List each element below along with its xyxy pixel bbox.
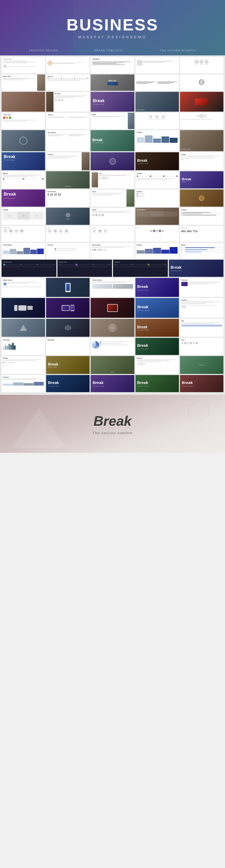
break-label-5: Break	[137, 343, 177, 347]
hero-title: BUSINESS	[67, 17, 159, 33]
slide-4-3: Profile	[90, 113, 134, 129]
slide-16-1: Sales Data	[2, 338, 45, 355]
slide-5-3: Break The section subtitle	[90, 130, 134, 151]
slide-10-5: Achievements 99% 88% 77%	[180, 226, 223, 242]
slide-15-3-photo	[90, 319, 134, 337]
hero-tag-1: CREATIVE DESIGN	[29, 49, 58, 52]
slide-1-3: CONTENTS	[90, 57, 134, 73]
slide-10-2: Staff	[46, 226, 89, 242]
slide-3-break-bg: Break The section subtitle	[90, 92, 134, 112]
slide-18-1: Summary	[2, 375, 45, 392]
slide-1-5	[180, 57, 223, 73]
slide-4-5	[180, 113, 223, 129]
slide-17-1: Benefits	[2, 356, 45, 374]
slide-3-4: Team Member	[136, 92, 179, 112]
slide-6-3	[90, 152, 134, 170]
break-label-purple: Break	[4, 192, 43, 197]
slide-14-2-devices	[46, 298, 89, 318]
svg-marker-3	[189, 401, 209, 421]
slide-18-5-break: Break The section subtitle	[180, 375, 223, 392]
slide-15-4-photo: Break The section subtitle	[136, 319, 179, 337]
slide-14-3-tablet	[90, 298, 134, 318]
slide-9-5: Progress	[180, 208, 223, 225]
slide-10-4: Dots	[136, 226, 179, 242]
slide-17-2-photo: Break section subtitle	[46, 356, 89, 374]
slide-6-1: Break The section subtitle	[2, 152, 45, 170]
slide-8-4: Features	[136, 189, 179, 207]
slide-12-1-dark: Timeline Chart	[2, 260, 57, 277]
slide-13-3: Product Design	[90, 278, 134, 297]
slide-11-2: Pie Chart	[46, 243, 89, 259]
footer-break-subtitle: The section subtitle	[92, 431, 133, 435]
slide-12-3-dark: Workflow	[113, 260, 168, 277]
slide-15-1-photo	[2, 319, 45, 337]
slide-7-2: Landscape	[46, 171, 89, 188]
slide-7-3: Gallery	[90, 171, 134, 188]
slide-2-4	[136, 74, 179, 91]
slide-2-5: 50%	[180, 74, 223, 91]
slide-14-5: Solutions	[180, 298, 223, 318]
break-label-4: Break	[137, 325, 177, 329]
slide-16-2: World Map	[46, 338, 89, 355]
slide-15-5: Plan	[180, 319, 223, 337]
slide-8-2: Key Numbers 8 16 32 64	[46, 189, 89, 207]
slide-16-3	[90, 338, 134, 355]
slide-18-3-break: Break The section subtitle	[90, 375, 134, 392]
slide-8-break-purple: Break The section subtitle	[2, 189, 45, 207]
slide-9-2: Design	[46, 208, 89, 225]
slide-5-1	[2, 130, 45, 151]
hero-subtitle: MASEFAT DESIGNDEMO	[67, 35, 159, 39]
slide-5-5: Creative Agency	[180, 130, 223, 151]
slide-12-2-dark: Process Flow	[58, 260, 112, 277]
slide-5-4: Statistics	[136, 130, 179, 151]
slide-17-4: Proposal	[136, 356, 179, 374]
slide-17-3-nature: Nature	[90, 356, 134, 374]
slide-9-1: Strategy 01 02 03	[2, 208, 45, 225]
slide-1-4	[136, 57, 179, 73]
slide-4-2: Services	[46, 113, 89, 129]
slide-5-2: Our Services	[46, 130, 89, 151]
slide-8-3: Vision	[90, 189, 134, 207]
slide-12-4-break: Break The section subtitle	[169, 260, 224, 277]
slide-7-1: Mission	[2, 171, 45, 188]
slide-2-1: Section Title	[2, 74, 45, 91]
slide-4-4	[136, 113, 179, 129]
slide-16-5: Icons	[180, 338, 223, 355]
footer-break-title: Break	[93, 413, 132, 429]
break-label-dark: Break	[171, 265, 222, 270]
slide-1-2	[46, 57, 89, 73]
break-label-2: Break	[137, 284, 177, 289]
slide-1-1: Company Profile	[2, 57, 45, 73]
break-label-6: Break	[48, 362, 88, 366]
slide-11-3: Data Analysis 2.4K 1.8K 3.1K	[90, 243, 134, 259]
slide-13-1: Design System	[2, 278, 45, 297]
hero-tag-2: BRAND PUBLICITY	[94, 49, 123, 52]
hero-section: BUSINESS MASEFAT DESIGNDEMO CREATIVE DES…	[0, 0, 225, 55]
slide-11-4: Revenue	[136, 243, 179, 259]
hero-tag-3: The author MaseFat	[160, 49, 196, 52]
slide-13-4-break: Break The section subtitle	[136, 278, 179, 297]
slide-4-1: Traffic Light	[2, 113, 45, 129]
slides-grid: Company Profile CONTENTS	[0, 55, 225, 395]
slide-14-1-tech	[2, 298, 45, 318]
slide-8-5	[180, 189, 223, 207]
slide-13-2-phone	[46, 278, 89, 297]
slide-2-2: About Us	[46, 74, 89, 91]
slide-3-2: Our Team	[46, 92, 89, 112]
slide-9-4: Creative Work	[136, 208, 179, 225]
slide-3-1	[2, 92, 45, 112]
slide-7-5: Break subtitle	[180, 171, 223, 188]
slide-14-4-break: Break The section subtitle	[136, 298, 179, 318]
slide-13-5: Showcase	[180, 278, 223, 297]
slide-18-2-break: Break The section subtitle	[46, 375, 89, 392]
slide-10-1: Team Members	[2, 226, 45, 242]
slide-11-5: Metrics A B C	[180, 243, 223, 259]
slide-16-4-break: Break The section subtitle	[136, 338, 179, 355]
slide-6-4: Break The section subtitle	[136, 152, 179, 170]
slide-6-2: Portfolio	[46, 152, 89, 170]
slide-3-5	[180, 92, 223, 112]
slide-9-3: Clients	[90, 208, 134, 225]
break-label-3: Break	[138, 305, 177, 309]
break-label-1: Break	[93, 99, 132, 103]
slide-2-3: Blue Car	[90, 74, 134, 91]
